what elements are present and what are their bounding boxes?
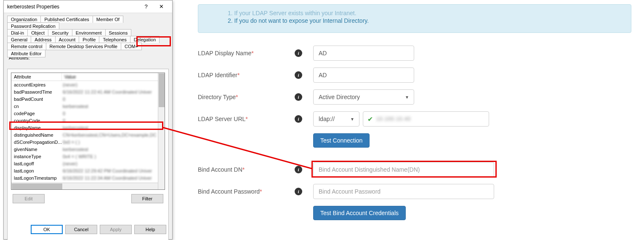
tab-general[interactable]: General	[7, 36, 31, 43]
tab-telephones[interactable]: Telephones	[99, 36, 130, 43]
table-row[interactable]: givenNamekerberostest	[11, 146, 165, 153]
attribute-value: CN=kerberostest,CN=Users,DC=example,DC	[62, 132, 165, 138]
horizontal-scrollbar[interactable]	[11, 183, 158, 189]
tab-security[interactable]: Security	[48, 29, 72, 36]
info-banner: If your LDAP Server exists within your I…	[198, 4, 631, 33]
apply-button[interactable]: Apply	[100, 225, 132, 234]
attribute-value: (never)	[62, 161, 165, 166]
tab-remote-control[interactable]: Remote control	[7, 43, 46, 50]
attribute-list-header: Attribute Value	[11, 73, 165, 81]
attribute-list[interactable]: Attribute Value accountExpires(never)bad…	[11, 73, 165, 190]
ok-button[interactable]: OK	[31, 225, 63, 234]
info-line-2: If you do not want to expose your Intern…	[228, 17, 618, 24]
attribute-name: lastLogonTimestamp	[11, 175, 62, 181]
info-icon[interactable]: i	[295, 188, 302, 195]
check-icon: ✔	[367, 115, 373, 123]
properties-dialog: kerberostest Properties ? ✕ Organization…	[3, 0, 173, 240]
filter-button[interactable]: Filter	[131, 194, 163, 203]
table-row[interactable]: accountExpires(never)	[11, 81, 165, 88]
tab-object[interactable]: Object	[27, 29, 48, 36]
help-icon[interactable]: ?	[138, 1, 154, 13]
attribute-value: kerberostest	[62, 125, 165, 130]
table-row[interactable]: codePage0	[11, 110, 165, 117]
table-row[interactable]: lastLogonTimestamp6/16/2022 11:22:34 AM …	[11, 174, 165, 181]
table-row[interactable]: distinguishedNameCN=kerberostest,CN=User…	[11, 131, 165, 138]
info-icon[interactable]: i	[295, 166, 302, 173]
edit-button[interactable]: Edit	[13, 194, 45, 203]
directory-type-select[interactable]	[313, 89, 414, 105]
test-connection-button[interactable]: Test Connection	[313, 133, 370, 148]
attribute-value: 0	[62, 97, 165, 102]
server-url-value: 10.100.10.40	[376, 116, 411, 122]
table-row[interactable]: countryCode0	[11, 117, 165, 124]
table-row[interactable]: dSCorePropagationD...0x0 = ( )	[11, 138, 165, 146]
attribute-value: 0x4 = ( WRITE )	[62, 154, 165, 159]
attribute-name: dSCorePropagationD...	[11, 140, 62, 145]
ldap-form-area: If your LDAP Server exists within your I…	[185, 0, 644, 240]
dialog-footer: OK Cancel Apply Help	[4, 225, 172, 234]
tab-profile[interactable]: Profile	[79, 36, 99, 43]
bind-password-label: Bind Account Password*	[198, 188, 295, 195]
identifier-label: LDAP Identifier*	[198, 72, 295, 78]
url-scheme-select[interactable]	[313, 111, 359, 127]
tab-address[interactable]: Address	[31, 36, 55, 43]
info-line-1: If your LDAP Server exists within your I…	[228, 10, 618, 16]
display-name-input[interactable]	[313, 46, 414, 61]
table-row[interactable]: badPwdCount0	[11, 95, 165, 102]
attribute-name: accountExpires	[11, 82, 62, 87]
table-row[interactable]: displayNamekerberostest	[11, 124, 165, 131]
titlebar: kerberostest Properties ? ✕	[4, 0, 172, 13]
tab-com-plus[interactable]: COM+	[121, 43, 142, 50]
info-icon[interactable]: i	[295, 71, 302, 79]
attribute-name: countryCode	[11, 118, 62, 123]
table-row[interactable]: cnkerberostest	[11, 102, 165, 110]
bind-dn-label: Bind Account DN*	[198, 166, 295, 173]
close-icon[interactable]: ✕	[154, 1, 169, 13]
attribute-value: 0	[62, 111, 165, 116]
test-bind-button[interactable]: Test Bind Account Credentials	[313, 206, 406, 220]
table-row[interactable]: lastLogon6/16/2022 12:29:42 PM Coordinat…	[11, 167, 165, 174]
attribute-value: kerberostest	[62, 147, 165, 152]
attribute-name: codePage	[11, 111, 62, 116]
attribute-value: 6/16/2022 11:22:41 AM Coordinated Univer	[62, 89, 165, 94]
tab-member-of[interactable]: Member Of	[93, 16, 123, 23]
table-row[interactable]: lastLogoff(never)	[11, 160, 165, 167]
attribute-name: cn	[11, 104, 62, 109]
table-row[interactable]: instanceType0x4 = ( WRITE )	[11, 153, 165, 160]
info-icon[interactable]: i	[295, 93, 302, 101]
tab-attribute-editor[interactable]: Attribute Editor	[7, 50, 45, 57]
attribute-value: (never)	[62, 82, 165, 87]
bind-password-input[interactable]	[313, 184, 494, 199]
tab-sessions[interactable]: Sessions	[105, 29, 132, 36]
bind-dn-input[interactable]	[313, 162, 494, 177]
server-url-input[interactable]: ✔ 10.100.10.40	[363, 111, 489, 127]
attribute-panel: Attribute Value accountExpires(never)bad…	[7, 69, 169, 240]
cancel-button[interactable]: Cancel	[65, 225, 97, 234]
tab-account[interactable]: Account	[55, 36, 80, 43]
attribute-value: 6/16/2022 11:22:34 AM Coordinated Univer	[62, 175, 165, 181]
tab-organization[interactable]: Organization	[7, 16, 41, 23]
server-url-label: LDAP Server URL*	[198, 116, 295, 122]
attribute-value: 0x0 = ( )	[62, 140, 165, 145]
tab-delegation[interactable]: Delegation	[130, 36, 160, 43]
column-attribute[interactable]: Attribute	[11, 73, 62, 81]
attribute-name: givenName	[11, 147, 62, 152]
table-row[interactable]: badPasswordTime6/16/2022 11:22:41 AM Coo…	[11, 88, 165, 95]
tabs: Organization Published Certificates Memb…	[4, 13, 172, 57]
tab-dial-in[interactable]: Dial-in	[7, 29, 28, 36]
identifier-input[interactable]	[313, 67, 414, 83]
tab-password-replication[interactable]: Password Replication	[7, 22, 59, 30]
directory-type-label: Directory Type*	[198, 94, 295, 100]
vertical-scrollbar[interactable]	[158, 73, 165, 189]
attribute-name: instanceType	[11, 154, 62, 159]
attribute-name: distinguishedName	[11, 132, 62, 138]
tab-remote-desktop-services-profile[interactable]: Remote Desktop Services Profile	[46, 43, 121, 50]
display-name-label: LDAP Display Name*	[198, 50, 295, 57]
tab-environment[interactable]: Environment	[72, 29, 106, 36]
info-icon[interactable]: i	[295, 49, 302, 57]
info-icon[interactable]: i	[295, 115, 302, 123]
column-value[interactable]: Value	[62, 73, 165, 81]
window-title: kerberostest Properties	[7, 4, 138, 10]
tab-published-certificates[interactable]: Published Certificates	[40, 16, 93, 23]
help-button[interactable]: Help	[134, 225, 166, 234]
